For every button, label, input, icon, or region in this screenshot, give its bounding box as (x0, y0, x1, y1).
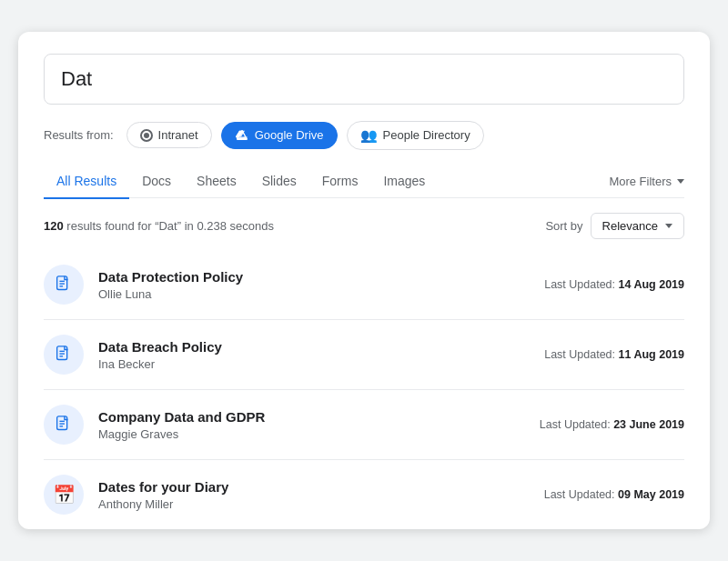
result-author: Anthony Miller (98, 497, 228, 511)
doc-icon (54, 415, 74, 435)
result-title: Dates for your Diary (98, 479, 228, 495)
sort-button[interactable]: Relevance (591, 213, 684, 239)
result-date-value: 11 Aug 2019 (619, 348, 685, 361)
people-icon: 👥 (360, 127, 378, 144)
tab-sheets[interactable]: Sheets (184, 165, 249, 199)
result-date: Last Updated: 11 Aug 2019 (544, 348, 684, 361)
result-left: Data Breach Policy Ina Becker (44, 335, 222, 375)
result-list: Data Protection Policy Ollie Luna Last U… (44, 250, 684, 529)
more-filters-button[interactable]: More Filters (609, 165, 684, 197)
doc-icon (54, 345, 74, 365)
result-left: 📅 Dates for your Diary Anthony Miller (44, 475, 228, 515)
result-info: Data Breach Policy Ina Becker (98, 339, 222, 371)
source-google-drive-button[interactable]: Google Drive (221, 122, 338, 149)
results-info-text: results found for “Dat” in 0.238 seconds (66, 219, 274, 233)
result-item[interactable]: Data Breach Policy Ina Becker Last Updat… (44, 320, 684, 390)
source-people-directory-label: People Directory (383, 128, 470, 142)
results-from-label: Results from: (44, 128, 114, 142)
svg-rect-12 (57, 416, 67, 430)
source-google-drive-label: Google Drive (255, 128, 324, 142)
result-item[interactable]: 📅 Dates for your Diary Anthony Miller La… (44, 460, 684, 529)
tab-forms[interactable]: Forms (309, 165, 371, 199)
sort-label: Sort by (545, 219, 582, 233)
result-date: Last Updated: 09 May 2019 (544, 488, 684, 501)
calendar-icon: 📅 (53, 484, 76, 506)
tabs-row: All Results Docs Sheets Slides Forms Ima… (44, 165, 684, 199)
result-author: Ina Becker (98, 357, 222, 371)
results-count: 120 (44, 219, 64, 233)
result-author: Maggie Graves (98, 427, 265, 441)
result-icon-wrap: 📅 (44, 475, 84, 515)
result-info: Company Data and GDPR Maggie Graves (98, 409, 265, 441)
svg-rect-2 (57, 276, 67, 290)
chevron-down-icon (677, 179, 684, 184)
tab-docs[interactable]: Docs (129, 165, 184, 199)
doc-icon (54, 275, 74, 295)
results-info: 120 results found for “Dat” in 0.238 sec… (44, 219, 274, 233)
tab-slides[interactable]: Slides (249, 165, 309, 199)
svg-rect-7 (57, 346, 67, 360)
tab-all-results[interactable]: All Results (44, 165, 129, 199)
result-title: Company Data and GDPR (98, 409, 265, 425)
sort-chevron-down-icon (665, 224, 672, 228)
result-date-value: 14 Aug 2019 (619, 278, 685, 291)
result-date: Last Updated: 14 Aug 2019 (544, 278, 684, 291)
sort-value: Relevance (602, 219, 658, 233)
google-drive-icon (235, 128, 249, 143)
result-date-value: 09 May 2019 (618, 488, 684, 501)
sort-row: Sort by Relevance (545, 213, 684, 239)
result-icon-wrap (44, 405, 84, 445)
result-info: Dates for your Diary Anthony Miller (98, 479, 228, 511)
result-title: Data Protection Policy (98, 269, 243, 285)
result-date: Last Updated: 23 June 2019 (540, 418, 684, 431)
result-author: Ollie Luna (98, 287, 243, 301)
source-people-directory-button[interactable]: 👥 People Directory (347, 121, 484, 150)
result-item[interactable]: Data Protection Policy Ollie Luna Last U… (44, 250, 684, 320)
tab-images[interactable]: Images (370, 165, 438, 199)
result-item[interactable]: Company Data and GDPR Maggie Graves Last… (44, 390, 684, 460)
result-info: Data Protection Policy Ollie Luna (98, 269, 243, 301)
result-left: Data Protection Policy Ollie Luna (44, 265, 243, 305)
source-intranet-label: Intranet (158, 128, 198, 142)
result-icon-wrap (44, 265, 84, 305)
source-intranet-button[interactable]: Intranet (126, 122, 212, 148)
result-title: Data Breach Policy (98, 339, 222, 355)
search-card: Results from: Intranet Google Drive 👥 P (18, 32, 710, 530)
results-from-row: Results from: Intranet Google Drive 👥 P (44, 121, 684, 150)
results-info-row: 120 results found for “Dat” in 0.238 sec… (44, 198, 684, 250)
search-input[interactable] (44, 54, 684, 105)
intranet-radio-icon (140, 129, 153, 142)
result-left: Company Data and GDPR Maggie Graves (44, 405, 265, 445)
result-date-value: 23 June 2019 (613, 418, 684, 431)
result-icon-wrap (44, 335, 84, 375)
